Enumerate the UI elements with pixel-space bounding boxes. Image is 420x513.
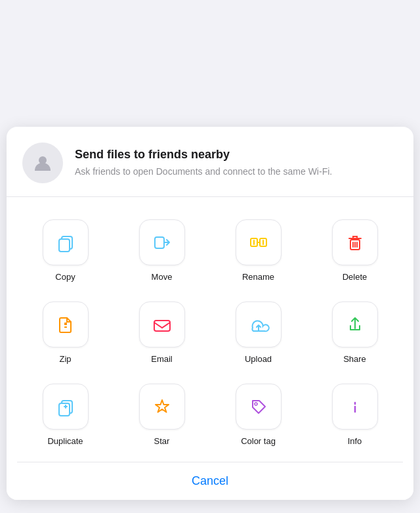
upload-icon — [247, 313, 270, 336]
rename-label: Rename — [242, 272, 274, 282]
header: Send files to friends nearby Ask friends… — [7, 127, 413, 197]
duplicate-label: Duplicate — [47, 436, 83, 446]
svg-rect-10 — [154, 321, 170, 331]
header-text: Send files to friends nearby Ask friends… — [75, 147, 395, 179]
copy-icon — [54, 231, 77, 254]
action-color-tag[interactable]: Color tag — [210, 374, 306, 457]
action-copy[interactable]: Copy — [17, 210, 114, 292]
action-duplicate[interactable]: Duplicate — [17, 374, 114, 457]
action-info[interactable]: Info — [306, 374, 403, 457]
svg-rect-7 — [64, 323, 67, 325]
action-share[interactable]: Share — [306, 292, 403, 374]
move-icon — [151, 231, 173, 254]
star-label: Star — [154, 436, 170, 446]
action-move[interactable]: Move — [114, 210, 210, 292]
share-label: Share — [343, 354, 366, 364]
svg-rect-3 — [155, 237, 164, 248]
person-icon — [32, 152, 53, 173]
delete-icon — [344, 231, 366, 254]
star-icon — [151, 395, 173, 418]
action-delete[interactable]: Delete — [306, 210, 403, 292]
svg-rect-12 — [59, 403, 70, 416]
action-rename[interactable]: Rename — [210, 210, 306, 292]
header-subtitle: Ask friends to open Documents and connec… — [75, 166, 395, 179]
color-tag-icon — [247, 395, 270, 418]
duplicate-icon — [54, 395, 77, 418]
zip-label: Zip — [59, 354, 71, 364]
rename-icon — [247, 231, 270, 254]
svg-rect-2 — [59, 239, 70, 252]
upload-label: Upload — [245, 354, 272, 364]
info-label: Info — [348, 436, 362, 446]
action-star[interactable]: Star — [114, 374, 210, 457]
svg-rect-8 — [64, 326, 67, 328]
move-label: Move — [152, 272, 173, 282]
action-sheet: Send files to friends nearby Ask friends… — [7, 127, 413, 500]
action-zip[interactable]: Zip — [17, 292, 114, 374]
cancel-button[interactable]: Cancel — [7, 462, 413, 500]
svg-point-13 — [255, 403, 257, 405]
zip-icon — [54, 313, 77, 336]
share-icon — [344, 313, 366, 336]
action-upload[interactable]: Upload — [210, 292, 306, 374]
copy-label: Copy — [55, 272, 75, 282]
info-icon — [344, 395, 366, 418]
email-icon — [151, 313, 173, 336]
action-email[interactable]: Email — [114, 292, 210, 374]
avatar — [22, 143, 63, 183]
delete-label: Delete — [343, 272, 368, 282]
email-label: Email — [151, 354, 173, 364]
header-title: Send files to friends nearby — [75, 147, 395, 162]
actions-grid: Copy Move Rename — [7, 197, 413, 462]
color-tag-label: Color tag — [241, 436, 276, 446]
